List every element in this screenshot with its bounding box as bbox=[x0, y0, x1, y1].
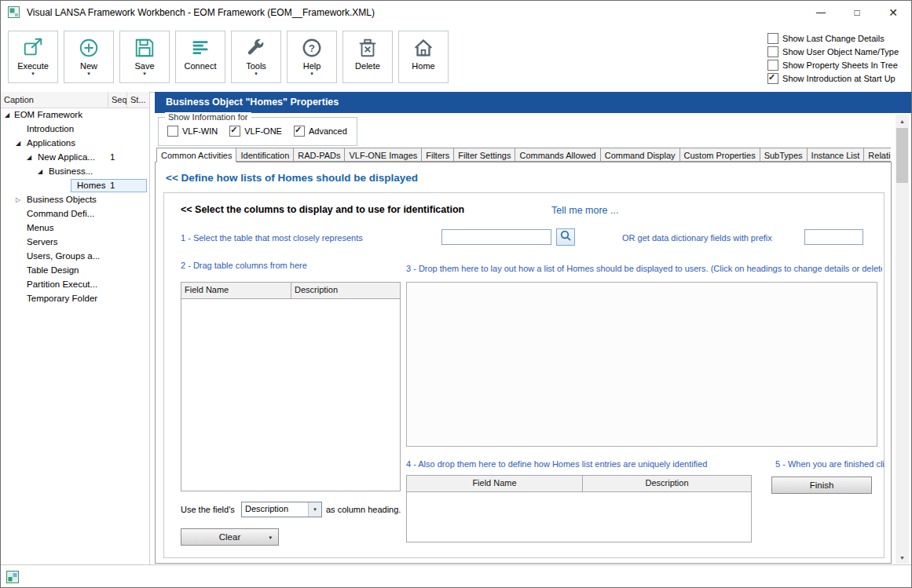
new-button[interactable]: New ▾ bbox=[64, 31, 114, 83]
checkbox[interactable] bbox=[167, 126, 178, 137]
tab-rad-pads[interactable]: RAD-PADs bbox=[293, 148, 345, 162]
show-information-options: VLF-WIN VLF-ONE Advanced bbox=[167, 126, 347, 137]
option-show-property-sheets-in-tree[interactable]: Show Property Sheets In Tree bbox=[767, 60, 899, 71]
tab-custom-properties[interactable]: Custom Properties bbox=[679, 148, 760, 162]
tree-item-servers[interactable]: Servers bbox=[1, 236, 149, 250]
column-header-field-name[interactable]: Field Name bbox=[181, 283, 291, 298]
tab-relationships[interactable]: Relationships bbox=[863, 148, 891, 162]
tab-common-activities[interactable]: Common Activities bbox=[156, 148, 236, 163]
expand-arrow-icon[interactable]: ◢ bbox=[27, 154, 31, 161]
dropdown-caret-icon[interactable]: ▾ bbox=[269, 535, 272, 541]
tools-button[interactable]: Tools ▾ bbox=[231, 31, 281, 83]
checkbox[interactable] bbox=[767, 73, 778, 84]
option-show-introduction-at-startup[interactable]: Show Introduction at Start Up bbox=[767, 73, 899, 84]
tab-vlf-one-images[interactable]: VLF-ONE Images bbox=[344, 148, 422, 162]
toolbar-button-label: Execute bbox=[17, 61, 49, 71]
step4-instruction: 4 - Also drop them here to define how Ho… bbox=[406, 459, 707, 469]
option-show-user-object-name-type[interactable]: Show User Object Name/Type bbox=[767, 46, 899, 57]
maximize-button[interactable]: □ bbox=[839, 1, 875, 24]
heading-source-combobox[interactable]: Description ▾ bbox=[241, 502, 322, 517]
dropdown-caret-icon[interactable]: ▾ bbox=[87, 71, 90, 77]
tree-column-caption[interactable]: Caption bbox=[1, 92, 108, 108]
tree-item-homes-selected[interactable]: Homes 1 bbox=[1, 179, 149, 193]
tree-column-seq[interactable]: Seq bbox=[108, 92, 127, 108]
tree-item-users-groups[interactable]: Users, Groups a... bbox=[1, 250, 149, 264]
tree-item-introduction[interactable]: Introduction bbox=[1, 122, 149, 137]
scrollbar-thumb[interactable] bbox=[896, 128, 908, 183]
window-title: Visual LANSA Framework Workbench - EOM F… bbox=[27, 7, 375, 18]
combobox-value: Description bbox=[245, 504, 288, 513]
checkbox-label: VLF-ONE bbox=[244, 126, 282, 136]
save-button[interactable]: Save ▾ bbox=[119, 31, 170, 83]
table-search-input[interactable] bbox=[441, 229, 551, 245]
list-layout-drop-area[interactable] bbox=[406, 282, 877, 447]
tree-column-headers: Caption Seq St... bbox=[1, 92, 149, 108]
column-header-description[interactable]: Description bbox=[583, 476, 751, 491]
home-button[interactable]: Home bbox=[398, 31, 449, 83]
tree-item-applications[interactable]: ◢ Applications bbox=[1, 137, 149, 151]
tree-item-eom-framework[interactable]: ◢ EOM Framework bbox=[1, 108, 149, 122]
tree-column-status[interactable]: St... bbox=[127, 92, 149, 108]
expand-arrow-icon[interactable]: ◢ bbox=[38, 168, 42, 175]
option-vlf-win[interactable]: VLF-WIN bbox=[167, 126, 218, 137]
tree-item-table-design[interactable]: Table Design bbox=[1, 264, 149, 278]
clear-button[interactable]: Clear ▾ bbox=[181, 528, 279, 546]
tree-item-business-objects[interactable]: ▷ Business Objects bbox=[1, 193, 149, 207]
minimize-button[interactable]: — bbox=[803, 1, 839, 24]
execute-button[interactable]: Execute ▾ bbox=[8, 31, 58, 83]
show-information-groupbox: Show Information for VLF-WIN VLF-ONE Adv… bbox=[158, 117, 357, 146]
tell-me-more-link[interactable]: Tell me more ... bbox=[551, 205, 618, 216]
dropdown-caret-icon[interactable]: ▾ bbox=[143, 71, 146, 77]
column-header-description[interactable]: Description bbox=[291, 283, 400, 298]
tree-item-label: Homes bbox=[77, 181, 105, 190]
tree-item-command-definitions[interactable]: Command Defi... bbox=[1, 207, 149, 221]
checkbox-label: Show Introduction at Start Up bbox=[782, 74, 896, 83]
tab-commands-allowed[interactable]: Commands Allowed bbox=[515, 148, 600, 162]
tab-command-display[interactable]: Command Display bbox=[600, 148, 680, 162]
column-header-field-name[interactable]: Field Name bbox=[407, 476, 583, 491]
tab-filters[interactable]: Filters bbox=[421, 148, 454, 162]
checkbox[interactable] bbox=[767, 46, 778, 57]
tree-item-new-application[interactable]: ◢ New Applica... 1 bbox=[1, 151, 149, 165]
toolbar-button-label: Help bbox=[303, 61, 321, 71]
checkbox[interactable] bbox=[229, 126, 240, 137]
prefix-input[interactable] bbox=[804, 229, 863, 245]
table-search-button[interactable] bbox=[556, 228, 575, 246]
app-icon bbox=[8, 6, 20, 19]
checkbox[interactable] bbox=[767, 33, 778, 44]
tab-filter-settings[interactable]: Filter Settings bbox=[453, 148, 515, 162]
option-show-last-change-details[interactable]: Show Last Change Details bbox=[767, 33, 899, 44]
collapse-arrow-icon[interactable]: ▷ bbox=[16, 196, 20, 203]
checkbox[interactable] bbox=[767, 60, 778, 71]
scroll-up-button[interactable]: ▲ bbox=[896, 115, 909, 127]
close-button[interactable]: ✕ bbox=[875, 1, 911, 24]
scroll-down-button[interactable]: ▼ bbox=[896, 551, 909, 564]
expand-arrow-icon[interactable]: ◢ bbox=[16, 140, 20, 147]
tree-item-partition-execution[interactable]: Partition Execut... bbox=[1, 278, 149, 292]
toolbar-button-label: Connect bbox=[185, 61, 217, 71]
option-vlf-one[interactable]: VLF-ONE bbox=[229, 126, 282, 137]
tree-item-temporary-folder[interactable]: Temporary Folder bbox=[1, 292, 149, 306]
step2-instruction: 2 - Drag table columns from here bbox=[181, 261, 307, 270]
option-advanced[interactable]: Advanced bbox=[294, 126, 347, 137]
expand-arrow-icon[interactable]: ◢ bbox=[5, 111, 9, 119]
dropdown-caret-icon[interactable]: ▾ bbox=[31, 71, 35, 77]
dropdown-caret-icon[interactable]: ▾ bbox=[310, 71, 313, 77]
chevron-down-icon[interactable]: ▾ bbox=[308, 502, 321, 517]
vertical-scrollbar[interactable]: ▲ ▼ bbox=[896, 115, 909, 564]
identification-table[interactable]: Field Name Description bbox=[406, 475, 752, 542]
delete-button[interactable]: Delete bbox=[342, 31, 393, 83]
finish-button[interactable]: Finish bbox=[771, 477, 872, 494]
dropdown-caret-icon[interactable]: ▾ bbox=[255, 71, 258, 77]
tab-instance-list[interactable]: Instance List bbox=[807, 148, 865, 162]
checkbox[interactable] bbox=[294, 126, 305, 137]
connect-button[interactable]: Connect bbox=[175, 31, 225, 83]
tree-item-business[interactable]: ◢ Business... bbox=[1, 165, 149, 179]
help-button[interactable]: ? Help ▾ bbox=[287, 31, 337, 83]
properties-header: Business Object "Homes" Properties bbox=[155, 92, 911, 113]
tree-item-menus[interactable]: Menus bbox=[1, 221, 149, 236]
tab-identification[interactable]: Identification bbox=[236, 148, 294, 162]
clear-button-label: Clear bbox=[219, 532, 240, 542]
tab-subtypes[interactable]: SubTypes bbox=[760, 148, 808, 162]
source-fields-table[interactable]: Field Name Description bbox=[181, 282, 401, 491]
